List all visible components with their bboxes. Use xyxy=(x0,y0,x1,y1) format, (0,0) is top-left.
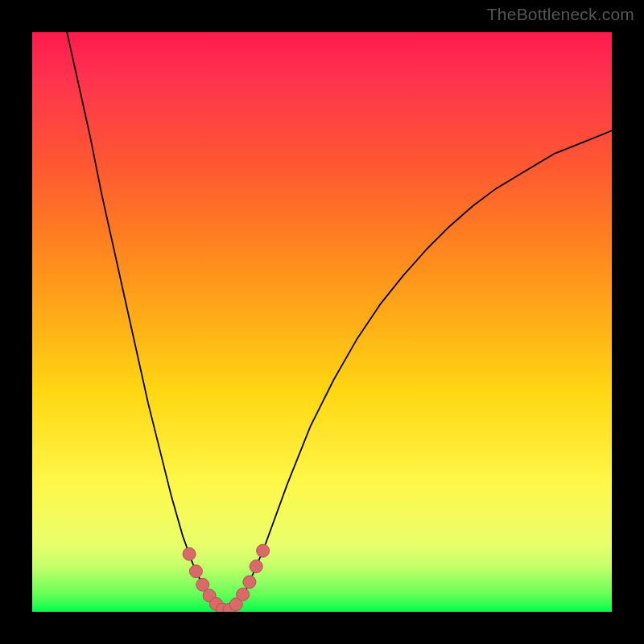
chart-frame: TheBottleneck.com xyxy=(0,0,644,644)
bottleneck-curve xyxy=(67,32,612,612)
watermark-text: TheBottleneck.com xyxy=(487,5,634,24)
sweetspot-dot xyxy=(250,560,262,573)
sweetspot-dot xyxy=(237,588,250,601)
sweetspot-dot xyxy=(257,544,270,557)
sweetspot-dot xyxy=(243,576,256,588)
plot-area xyxy=(32,32,612,612)
chart-svg xyxy=(32,32,612,612)
sweetspot-dots xyxy=(183,544,270,612)
sweetspot-dot xyxy=(189,565,202,578)
sweetspot-dot xyxy=(183,547,196,560)
